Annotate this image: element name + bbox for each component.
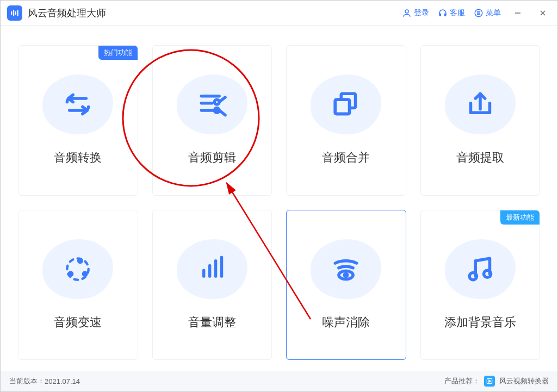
svg-point-34: [483, 270, 491, 277]
merge-icon: [311, 74, 381, 134]
card-label: 添加背景音乐: [444, 314, 516, 331]
support-label: 客服: [450, 8, 465, 18]
card-volume-adjust[interactable]: 音量调整: [152, 210, 272, 360]
login-button[interactable]: 登录: [402, 8, 429, 18]
card-noise-removal[interactable]: 噪声消除: [286, 210, 406, 360]
app-title: 风云音频处理大师: [28, 7, 106, 20]
login-label: 登录: [414, 8, 429, 18]
convert-icon: [42, 74, 113, 134]
recommend-product[interactable]: 风云视频转换器: [499, 376, 549, 386]
status-bar: 当前版本： 2021.07.14 产品推荐： 风云视频转换器: [1, 371, 557, 391]
edit-icon: [177, 74, 247, 134]
minimize-button[interactable]: [510, 5, 526, 21]
svg-line-18: [219, 110, 225, 115]
svg-rect-3: [17, 10, 18, 16]
card-audio-speed[interactable]: 音频变速: [18, 210, 138, 360]
title-bar: 风云音频处理大师 登录 客服 菜单: [1, 1, 557, 26]
svg-point-33: [469, 272, 476, 279]
card-label: 音频转换: [54, 150, 102, 166]
headset-icon: [438, 8, 448, 18]
menu-label: 菜单: [486, 8, 501, 18]
recommend-icon: [484, 376, 495, 387]
card-audio-convert[interactable]: 热门功能 音频转换: [18, 45, 138, 196]
svg-rect-0: [11, 11, 12, 15]
card-label: 音频合并: [322, 150, 370, 166]
svg-rect-2: [15, 11, 16, 15]
card-label: 音频剪辑: [188, 150, 236, 166]
svg-rect-20: [336, 100, 350, 114]
version-label: 当前版本：: [9, 376, 45, 386]
card-label: 音量调整: [188, 314, 236, 331]
card-label: 音频提取: [456, 150, 504, 166]
recommend-label: 产品推荐：: [444, 376, 480, 386]
feature-grid: 热门功能 音频转换 音频剪辑: [1, 26, 557, 371]
card-audio-edit[interactable]: 音频剪辑: [152, 45, 272, 196]
volume-icon: [177, 239, 247, 299]
user-icon: [402, 8, 412, 18]
svg-point-25: [83, 272, 87, 276]
svg-line-17: [219, 97, 225, 102]
close-button[interactable]: [535, 5, 551, 21]
menu-button[interactable]: 菜单: [474, 8, 501, 18]
card-audio-extract[interactable]: 音频提取: [420, 45, 541, 196]
svg-rect-1: [13, 10, 14, 16]
title-actions: 登录 客服 菜单: [402, 5, 551, 21]
app-logo-icon: [7, 5, 22, 21]
svg-point-24: [69, 272, 73, 276]
card-audio-merge[interactable]: 音频合并: [286, 45, 406, 196]
card-label: 音频变速: [54, 314, 102, 331]
card-label: 噪声消除: [322, 314, 370, 331]
card-add-bgm[interactable]: 最新功能 添加背景音乐: [420, 210, 541, 360]
new-badge: 最新功能: [500, 210, 540, 225]
version-value: 2021.07.14: [45, 377, 80, 385]
svg-point-26: [78, 259, 82, 263]
svg-point-32: [345, 273, 348, 276]
svg-point-4: [405, 10, 408, 13]
music-icon: [445, 239, 516, 299]
support-button[interactable]: 客服: [438, 8, 465, 18]
hot-badge: 热门功能: [98, 46, 138, 60]
noise-icon: [311, 239, 381, 299]
menu-icon: [474, 8, 483, 18]
speed-icon: [42, 239, 113, 299]
extract-icon: [445, 74, 516, 134]
